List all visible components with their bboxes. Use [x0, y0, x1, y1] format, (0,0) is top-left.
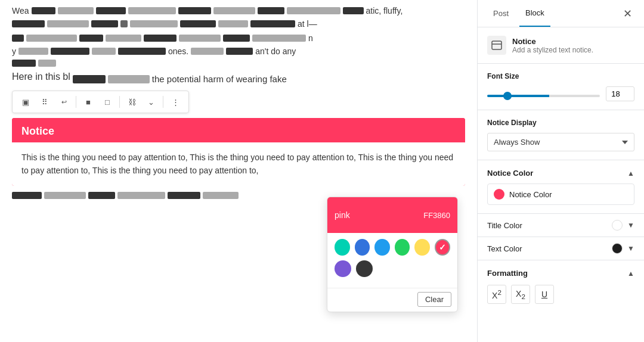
redacted [223, 35, 250, 42]
formatting-label: Formatting [487, 269, 528, 278]
notice-color-section: Notice Color ▲ Notice Color [478, 160, 644, 214]
chevron-up-icon2: ▲ [627, 269, 634, 278]
chevron-up-icon: ▲ [627, 169, 634, 178]
notice-display-label: Notice Display [487, 119, 634, 127]
swatch-yellow[interactable] [414, 239, 430, 256]
word-atleast: at l— [298, 19, 317, 29]
underline-button[interactable]: U [535, 285, 554, 304]
redacted [218, 20, 248, 27]
chevron-down-icon: ▼ [627, 221, 634, 229]
toolbar-block1[interactable]: ■ [80, 94, 97, 110]
redacted [12, 192, 42, 199]
redacted [12, 35, 24, 42]
toolbar-chevron[interactable]: ⌄ [143, 94, 159, 110]
redacted [26, 35, 77, 42]
redacted [47, 20, 89, 27]
notice-title: Notice [12, 118, 465, 142]
notice-color-button[interactable]: Notice Color [487, 184, 634, 205]
font-size-slider[interactable] [487, 95, 600, 97]
redacted [58, 7, 94, 14]
swatches-row1 [335, 239, 450, 256]
swatch-blue[interactable] [355, 239, 370, 256]
toolbar-arrow[interactable]: ↩ [55, 94, 72, 110]
swatch-pink[interactable] [435, 239, 450, 256]
formatting-section: Formatting ▲ X2 X2 U [478, 260, 644, 312]
redacted [18, 48, 48, 55]
block-description: Add a stylized text notice. [512, 46, 593, 54]
color-picker-preview: pink FF3860 [327, 197, 457, 233]
superscript-button[interactable]: X2 [487, 285, 506, 304]
toolbar-drag-handle[interactable]: ⠿ [36, 94, 53, 110]
block-info-text: Notice Add a stylized text notice. [512, 37, 593, 54]
swatch-green[interactable] [395, 239, 410, 256]
superscript-label: X2 [492, 288, 501, 300]
swatch-teal[interactable] [335, 239, 350, 256]
toolbar-link[interactable]: ⛓ [123, 94, 140, 110]
subscript-label: X2 [516, 289, 525, 300]
notice-color-dot [494, 189, 504, 200]
redacted [12, 20, 45, 27]
underline-label: U [541, 290, 547, 299]
redacted [12, 60, 36, 67]
word-y: y [12, 46, 16, 56]
redacted [118, 48, 166, 55]
here-text: Here in this bl [12, 71, 70, 82]
swatches-row2 [335, 260, 450, 277]
sidebar-tabs: Post Block ✕ [478, 0, 644, 27]
swatch-lightblue[interactable] [374, 239, 390, 256]
subscript-button[interactable]: X2 [511, 285, 530, 304]
font-size-label: Font Size [487, 72, 634, 80]
redacted [343, 7, 364, 14]
tab-post[interactable]: Post [487, 1, 515, 26]
notice-display-select[interactable]: Always Show Hide [487, 133, 634, 151]
redacted [144, 35, 177, 42]
redacted [203, 192, 239, 199]
title-color-right: ▼ [612, 220, 634, 231]
clear-button[interactable]: Clear [417, 292, 451, 307]
redacted-mid: n y ones. an't do any [12, 33, 465, 67]
toolbar-more[interactable]: ⋮ [167, 94, 184, 110]
redacted [32, 7, 55, 14]
redacted [130, 20, 178, 27]
toolbar-divider [76, 96, 76, 108]
redacted [44, 192, 86, 199]
swatch-purple[interactable] [335, 260, 351, 277]
toolbar-divider3 [163, 96, 163, 108]
word-n: n [308, 33, 313, 43]
redacted [117, 192, 165, 199]
toolbar-notice-icon[interactable]: ▣ [17, 94, 34, 110]
word-ones: ones. [168, 46, 188, 56]
font-slider-wrap [487, 89, 600, 100]
redacted [168, 192, 200, 199]
block-name: Notice [512, 37, 593, 46]
redacted [179, 35, 221, 42]
notice-block: Notice This is the thing you need to pay… [12, 118, 465, 186]
text-color-row[interactable]: Text Color ▼ [478, 237, 644, 260]
close-button[interactable]: ✕ [621, 5, 634, 23]
word-wear: Wea [12, 6, 29, 15]
redacted [120, 20, 128, 27]
main-content: Wea atic, fluffy, at l— [0, 0, 477, 342]
redacted [252, 35, 306, 42]
font-size-input[interactable]: 18 [606, 86, 634, 101]
redacted [250, 20, 295, 27]
title-color-row[interactable]: Title Color ▼ [478, 214, 644, 237]
notice-color-header[interactable]: Notice Color ▲ [487, 169, 634, 178]
block-info: Notice Add a stylized text notice. [478, 27, 644, 64]
notice-color-label: Notice Color [487, 169, 533, 178]
swatch-dark[interactable] [356, 260, 373, 277]
formatting-buttons: X2 X2 U [487, 285, 634, 304]
color-picker-footer: Clear [327, 288, 457, 312]
toolbar-block2[interactable]: □ [99, 94, 116, 110]
redacted [213, 7, 255, 14]
redacted [180, 20, 216, 27]
redacted-top: Wea atic, fluffy, at l— [12, 6, 465, 29]
redacted [73, 75, 106, 83]
sidebar: Post Block ✕ Notice Add a stylized text … [477, 0, 644, 342]
font-size-row: 18 [487, 86, 634, 101]
notice-icon-svg [491, 39, 503, 51]
redacted [92, 48, 116, 55]
tab-block[interactable]: Block [519, 0, 550, 27]
block-icon [487, 36, 506, 55]
redacted [96, 7, 126, 14]
